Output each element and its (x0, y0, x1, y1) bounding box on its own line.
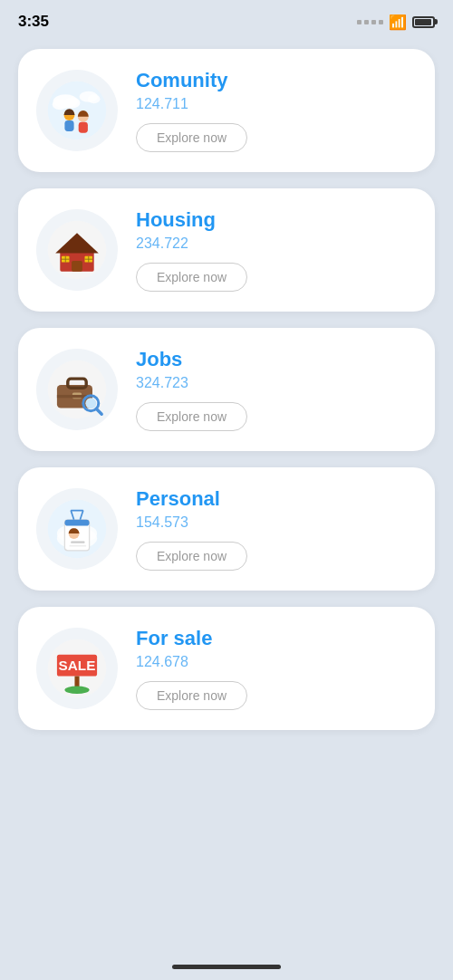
housing-title: Housing (136, 208, 216, 232)
svg-rect-13 (72, 261, 82, 272)
housing-card: Housing 234.722 Explore now (18, 188, 435, 312)
signal-icon (357, 20, 383, 24)
housing-icon-wrap (36, 209, 118, 291)
battery-icon (412, 16, 435, 28)
svg-point-5 (88, 94, 101, 103)
community-explore-button[interactable]: Explore now (136, 123, 247, 152)
jobs-icon (46, 359, 108, 420)
jobs-explore-button[interactable]: Explore now (136, 402, 247, 431)
community-icon (46, 80, 108, 141)
status-bar: 3:35 📶 (0, 0, 453, 40)
forsale-title: For sale (136, 627, 212, 650)
forsale-count: 124.678 (136, 654, 188, 670)
svg-point-45 (64, 687, 89, 695)
jobs-card: Jobs 324.723 Explore now (18, 328, 435, 451)
svg-point-3 (64, 98, 80, 109)
forsale-card: SALE For sale 124.678 Explore now (18, 607, 435, 730)
personal-count: 154.573 (136, 514, 188, 531)
svg-rect-9 (79, 122, 88, 133)
personal-card: Personal 154.573 Explore now (18, 467, 435, 591)
svg-point-0 (48, 82, 107, 140)
svg-point-26 (85, 398, 96, 408)
community-icon-wrap (36, 70, 118, 151)
personal-explore-button[interactable]: Explore now (136, 542, 247, 571)
jobs-title: Jobs (136, 348, 182, 371)
status-icons: 📶 (357, 14, 435, 31)
forsale-icon-wrap: SALE (36, 628, 118, 709)
community-card: Comunity 124.711 Explore now (18, 49, 435, 172)
community-content: Comunity 124.711 Explore now (136, 69, 247, 152)
housing-explore-button[interactable]: Explore now (136, 263, 247, 292)
svg-rect-33 (64, 520, 89, 526)
svg-text:SALE: SALE (59, 658, 96, 673)
personal-title: Personal (136, 487, 220, 511)
personal-content: Personal 154.573 Explore now (136, 487, 247, 571)
svg-rect-36 (70, 545, 87, 547)
housing-content: Housing 234.722 Explore now (136, 208, 247, 292)
svg-line-27 (96, 408, 101, 414)
personal-icon-wrap (36, 488, 118, 570)
svg-rect-35 (71, 542, 84, 543)
housing-icon (46, 219, 108, 281)
forsale-icon: SALE (46, 638, 108, 699)
community-count: 124.711 (136, 96, 188, 112)
svg-rect-7 (64, 120, 73, 131)
wifi-icon: 📶 (389, 14, 407, 31)
community-title: Comunity (136, 69, 227, 92)
status-time: 3:35 (18, 13, 49, 31)
jobs-icon-wrap (36, 349, 118, 430)
personal-icon (46, 498, 108, 560)
cards-container: Comunity 124.711 Explore now (0, 40, 453, 748)
jobs-count: 324.723 (136, 375, 188, 391)
home-indicator (172, 965, 281, 969)
housing-count: 234.722 (136, 235, 188, 252)
forsale-content: For sale 124.678 Explore now (136, 627, 247, 710)
jobs-content: Jobs 324.723 Explore now (136, 348, 247, 431)
forsale-explore-button[interactable]: Explore now (136, 681, 247, 710)
